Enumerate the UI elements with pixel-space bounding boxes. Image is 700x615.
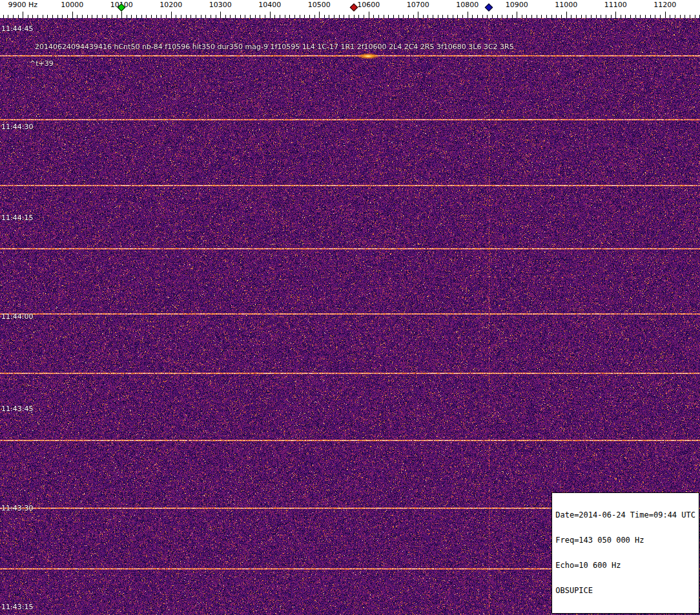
ruler-tick (517, 12, 517, 18)
info-line-echo: Echo=10 600 Hz (555, 561, 695, 570)
frequency-label: 10200 (160, 1, 182, 9)
frequency-label: 10500 (308, 1, 331, 9)
info-line-station: OBSUPICE (555, 587, 695, 595)
blue-diamond-marker (484, 3, 493, 12)
frequency-label: 10800 (456, 1, 479, 9)
event-annotation: 20140624094439416 hCnt50 nb-84 f10596 hi… (35, 43, 514, 51)
ruler-tick (566, 12, 567, 18)
ruler-tick (171, 12, 172, 18)
frequency-label: 10000 (61, 1, 83, 9)
time-label: 11:44:45 (1, 24, 33, 32)
time-label: 11:43:15 (1, 603, 33, 611)
time-label: 11:44:00 (1, 312, 33, 320)
frequency-label: 10700 (407, 1, 429, 9)
ruler-tick (468, 12, 468, 18)
info-line-date: Date=2014-06-24 Time=09:44 UTC (555, 511, 695, 519)
frequency-label: 10400 (258, 1, 281, 9)
time-label: 11:43:30 (1, 504, 33, 512)
ruler-tick (121, 12, 122, 18)
ruler-tick (319, 12, 320, 18)
frequency-label: 10600 (357, 1, 380, 9)
frequency-label: 9900 Hz (8, 1, 37, 9)
ruler-tick (615, 12, 616, 18)
frequency-label: 11200 (654, 1, 676, 9)
frequency-label: 10300 (209, 1, 232, 9)
spectrogram-app-window: 9900 Hz100001010010200103001040010500106… (0, 0, 700, 615)
ruler-tick (369, 12, 369, 18)
frequency-ruler: 9900 Hz100001010010200103001040010500106… (0, 0, 700, 18)
time-label: 11:44:30 (1, 123, 33, 131)
frequency-label: 10900 (506, 1, 528, 9)
frequency-label: 11100 (604, 1, 627, 9)
ruler-tick (418, 12, 418, 18)
frequency-label: 11000 (555, 1, 577, 9)
ruler-tick (23, 12, 23, 18)
ruler-tick (220, 12, 221, 18)
ruler-tick (72, 12, 73, 18)
ruler-tick (270, 12, 271, 18)
time-label: 11:44:15 (1, 213, 33, 221)
time-label: 11:43:45 (1, 404, 33, 412)
info-line-freq: Freq=143 050 000 Hz (555, 536, 695, 545)
info-box: Date=2014-06-24 Time=09:44 UTC Freq=143 … (551, 492, 699, 614)
ruler-tick (665, 12, 666, 18)
time-offset-label: ^t+39 (30, 59, 54, 68)
